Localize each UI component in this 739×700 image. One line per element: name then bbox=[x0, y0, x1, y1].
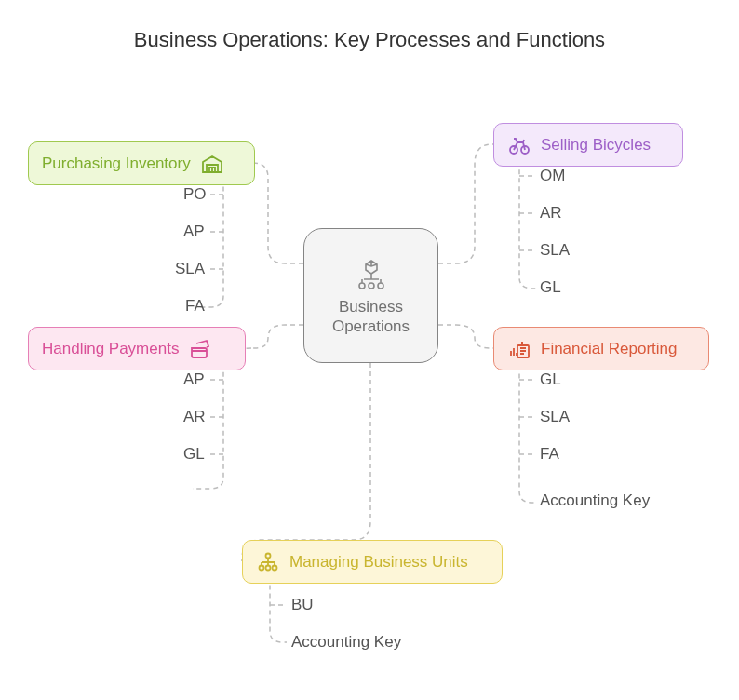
leaf-handling-0: AP bbox=[183, 370, 205, 389]
leaf-selling-0: OM bbox=[540, 167, 565, 185]
hierarchy-icon bbox=[256, 550, 280, 574]
branch-handling: Handling Payments bbox=[28, 327, 246, 370]
branch-managing-label: Managing Business Units bbox=[289, 553, 468, 572]
diagram-canvas: Business Operations: Key Processes and F… bbox=[0, 0, 739, 700]
leaf-selling-2: SLA bbox=[540, 241, 570, 260]
branch-selling: Selling Bicycles bbox=[493, 123, 683, 167]
leaf-managing-1: Accounting Key bbox=[291, 633, 401, 652]
svg-point-5 bbox=[266, 565, 271, 570]
leaf-purchasing-2: SLA bbox=[175, 260, 205, 278]
leaf-purchasing-1: AP bbox=[183, 222, 205, 241]
leaf-managing-0: BU bbox=[291, 596, 314, 614]
leaf-purchasing-3: FA bbox=[185, 297, 205, 316]
leaf-financial-2: FA bbox=[540, 445, 559, 464]
bicycle-icon bbox=[507, 133, 531, 157]
report-icon bbox=[507, 337, 531, 361]
branch-handling-label: Handling Payments bbox=[42, 340, 179, 358]
branch-selling-label: Selling Bicycles bbox=[541, 136, 651, 155]
branch-purchasing: Purchasing Inventory bbox=[28, 141, 255, 185]
leaf-handling-1: AR bbox=[183, 408, 206, 426]
center-label: BusinessOperations bbox=[332, 298, 410, 336]
branch-financial-label: Financial Reporting bbox=[541, 340, 677, 358]
diagram-title: Business Operations: Key Processes and F… bbox=[0, 28, 739, 52]
branch-financial: Financial Reporting bbox=[493, 327, 709, 370]
leaf-selling-3: GL bbox=[540, 278, 561, 297]
org-chart-icon bbox=[353, 255, 390, 292]
leaf-financial-1: SLA bbox=[540, 408, 570, 426]
svg-point-3 bbox=[266, 553, 271, 558]
leaf-selling-1: AR bbox=[540, 204, 562, 222]
payment-icon bbox=[188, 337, 212, 361]
leaf-financial-3: Accounting Key bbox=[540, 491, 650, 510]
svg-point-6 bbox=[273, 565, 277, 570]
branch-managing: Managing Business Units bbox=[242, 540, 503, 584]
warehouse-icon bbox=[200, 152, 224, 176]
leaf-purchasing-0: PO bbox=[183, 185, 207, 204]
leaf-handling-2: GL bbox=[183, 445, 205, 464]
svg-point-4 bbox=[260, 565, 264, 570]
leaf-financial-0: GL bbox=[540, 370, 561, 389]
branch-purchasing-label: Purchasing Inventory bbox=[42, 155, 191, 173]
center-node: BusinessOperations bbox=[303, 228, 438, 363]
